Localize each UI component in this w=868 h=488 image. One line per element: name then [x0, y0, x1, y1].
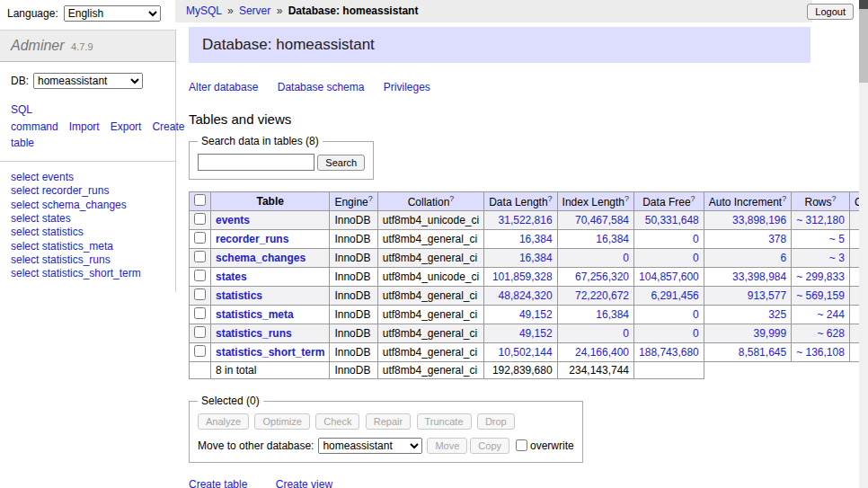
sidebar-table-link-schema-changes[interactable]: select schema_changes: [11, 199, 127, 211]
optimize-button[interactable]: Optimize: [254, 413, 309, 430]
data-length-link[interactable]: 49,152: [519, 308, 553, 321]
scrollbar-thumb[interactable]: [859, 9, 868, 83]
collation-cell: utf8mb4_general_ci: [377, 324, 483, 343]
index-length-link[interactable]: 70,467,584: [575, 214, 629, 226]
row-checkbox[interactable]: [194, 345, 206, 357]
auto-increment-link[interactable]: 33,398,984: [732, 271, 786, 283]
column-header-data-free: Data Free?: [634, 192, 704, 211]
export-link[interactable]: Export: [111, 120, 142, 133]
truncate-button[interactable]: Truncate: [417, 413, 472, 430]
sidebar-table-link-states[interactable]: select states: [11, 212, 71, 225]
index-length-link[interactable]: 0: [623, 252, 629, 264]
index-length-link[interactable]: 67,256,320: [575, 271, 629, 283]
sidebar-table-link-recorder-runs[interactable]: select recorder_runs: [11, 184, 109, 197]
adminer-logo-link[interactable]: Adminer: [11, 38, 65, 53]
database-schema-link[interactable]: Database schema: [278, 81, 365, 93]
data-free-link[interactable]: 188,743,680: [639, 346, 699, 359]
index-length-link[interactable]: 24,166,400: [575, 346, 629, 359]
table-name-link[interactable]: states: [216, 271, 247, 283]
overwrite-checkbox[interactable]: [516, 439, 527, 451]
index-length-link[interactable]: 16,384: [596, 308, 629, 321]
move-db-select[interactable]: homeassistant: [318, 438, 422, 454]
rows-count-link[interactable]: ~ 136,108: [796, 346, 845, 359]
create-view-link[interactable]: Create view: [276, 478, 332, 488]
scroll-up-button[interactable]: [859, 0, 868, 9]
row-checkbox[interactable]: [194, 232, 206, 244]
auto-increment-link[interactable]: 39,999: [753, 327, 786, 340]
row-checkbox[interactable]: [194, 270, 206, 281]
row-checkbox[interactable]: [194, 213, 206, 225]
search-button[interactable]: Search: [317, 155, 365, 171]
data-free-link[interactable]: 0: [693, 233, 699, 245]
data-length-link[interactable]: 48,824,320: [499, 289, 553, 302]
data-length-link[interactable]: 16,384: [519, 233, 553, 245]
data-free-link[interactable]: 0: [693, 308, 699, 321]
create-table-link[interactable]: Create table: [189, 478, 247, 488]
check-button[interactable]: Check: [315, 413, 359, 430]
sql-command-link[interactable]: SQL command: [11, 103, 58, 133]
index-length-link[interactable]: 16,384: [596, 233, 629, 245]
selected-fieldset: Selected (0) Analyze Optimize Check Repa…: [189, 395, 583, 463]
alter-database-link[interactable]: Alter database: [189, 81, 258, 93]
data-length-link[interactable]: 10,502,144: [499, 346, 553, 359]
import-link[interactable]: Import: [69, 120, 100, 133]
drop-button[interactable]: Drop: [477, 413, 515, 430]
row-checkbox[interactable]: [194, 251, 206, 262]
index-length-link[interactable]: 72,220,672: [575, 289, 629, 302]
auto-increment-link[interactable]: 325: [768, 308, 786, 321]
table-name-link[interactable]: statistics_short_term: [216, 346, 324, 359]
privileges-link[interactable]: Privileges: [384, 81, 430, 93]
sidebar-table-link-statistics-runs[interactable]: select statistics_runs: [11, 253, 111, 266]
sidebar-table-link-statistics-short-term[interactable]: select statistics_short_term: [11, 267, 141, 279]
breadcrumb-mysql-link[interactable]: MySQL: [186, 4, 222, 17]
row-checkbox[interactable]: [194, 307, 206, 319]
rows-count-link[interactable]: ~ 5: [829, 233, 845, 245]
move-button[interactable]: Move: [427, 438, 467, 454]
engine-cell: InnoDB: [330, 268, 377, 287]
table-name-link[interactable]: statistics_meta: [216, 308, 294, 321]
table-name-link[interactable]: schema_changes: [216, 252, 306, 264]
select-all-checkbox[interactable]: [194, 194, 206, 206]
row-checkbox[interactable]: [194, 288, 206, 300]
sidebar: Adminer 4.7.9 DB:homeassistant SQL comma…: [0, 30, 176, 292]
logout-button[interactable]: Logout: [807, 4, 854, 20]
auto-increment-link[interactable]: 378: [768, 233, 786, 245]
data-free-link[interactable]: 0: [693, 252, 699, 264]
sidebar-body: DB:homeassistant SQL commandImportExport…: [0, 62, 175, 292]
rows-count-link[interactable]: ~ 312,180: [796, 214, 845, 226]
data-free-link[interactable]: 6,291,456: [651, 289, 698, 302]
table-name-link[interactable]: statistics: [216, 289, 262, 302]
auto-increment-link[interactable]: 6: [780, 252, 786, 264]
auto-increment-link[interactable]: 33,898,196: [732, 214, 786, 226]
row-checkbox[interactable]: [194, 326, 206, 338]
repair-button[interactable]: Repair: [366, 413, 411, 430]
data-length-link[interactable]: 16,384: [519, 252, 553, 264]
rows-count-link[interactable]: ~ 3: [829, 252, 845, 264]
data-free-link[interactable]: 0: [693, 327, 699, 340]
index-length-link[interactable]: 0: [623, 327, 629, 340]
data-free-link[interactable]: 50,331,648: [645, 214, 699, 226]
auto-increment-link[interactable]: 8,581,645: [739, 346, 786, 359]
rows-count-link[interactable]: ~ 628: [818, 327, 845, 340]
table-name-link[interactable]: events: [216, 214, 250, 226]
sidebar-table-link-statistics-meta[interactable]: select statistics_meta: [11, 240, 113, 253]
auto-increment-link[interactable]: 913,577: [748, 289, 786, 302]
sidebar-table-link-events[interactable]: select events: [11, 171, 74, 183]
data-length-link[interactable]: 49,152: [519, 327, 553, 340]
breadcrumb-server-link[interactable]: Server: [239, 4, 270, 17]
rows-count-link[interactable]: ~ 299,833: [796, 271, 845, 283]
rows-count-link[interactable]: ~ 244: [818, 308, 845, 321]
scrollbar[interactable]: [859, 0, 868, 488]
search-input[interactable]: [198, 154, 314, 171]
table-name-link[interactable]: statistics_runs: [216, 327, 292, 340]
analyze-button[interactable]: Analyze: [198, 413, 249, 430]
copy-button[interactable]: Copy: [470, 438, 509, 454]
sidebar-table-link-statistics[interactable]: select statistics: [11, 226, 84, 238]
data-free-link[interactable]: 104,857,600: [639, 271, 699, 283]
rows-count-link[interactable]: ~ 569,159: [796, 289, 845, 302]
db-select[interactable]: homeassistant: [33, 73, 143, 89]
data-length-link[interactable]: 101,859,328: [492, 271, 553, 283]
table-name-link[interactable]: recorder_runs: [216, 233, 288, 245]
data-length-link[interactable]: 31,522,816: [499, 214, 553, 226]
language-select[interactable]: English: [64, 5, 161, 22]
